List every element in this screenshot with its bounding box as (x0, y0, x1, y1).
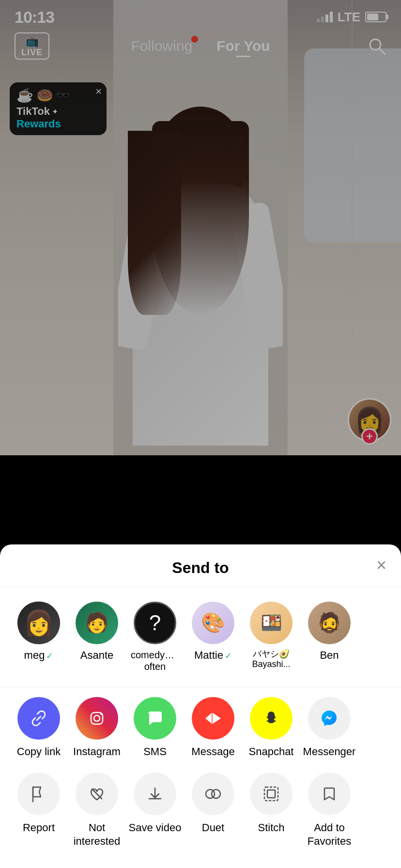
contact-name-meg: meg✓ (24, 649, 54, 662)
stitch-label: Stitch (258, 821, 284, 835)
svg-point-3 (94, 715, 100, 721)
share-messenger[interactable]: Messenger (300, 697, 358, 758)
stitch-icon (250, 773, 293, 815)
action-not-interested[interactable]: Not interested (68, 773, 126, 849)
duet-icon (192, 773, 234, 815)
message-icon (192, 697, 234, 740)
messenger-label: Messenger (303, 745, 356, 758)
contact-avatar-comedy: ? (134, 602, 176, 644)
snapchat-icon (250, 697, 293, 740)
svg-rect-10 (267, 790, 275, 798)
verified-icon-mattie: ✓ (225, 651, 232, 661)
contact-avatar-meg: 👩 (17, 602, 60, 644)
sheet-header: Send to × (0, 544, 401, 587)
sms-label: SMS (143, 745, 167, 758)
contact-asante[interactable]: 🧑 Asante (68, 602, 126, 672)
action-row: Report Not interested Save video (0, 758, 401, 849)
report-icon (17, 773, 60, 815)
sheet-close-button[interactable]: × (376, 557, 386, 574)
not-interested-label: Not interested (70, 821, 123, 849)
svg-point-4 (100, 713, 102, 715)
copy-link-label: Copy link (17, 745, 61, 758)
contact-ben[interactable]: 🧔 Ben (300, 602, 358, 672)
share-sms[interactable]: SMS (126, 697, 184, 758)
contact-comedy[interactable]: ? comedyhere often (126, 602, 184, 672)
contact-avatar-bayashi: 🍱 (250, 602, 293, 644)
action-add-favorites[interactable]: Add to Favorites (300, 773, 358, 849)
contact-avatar-asante: 🧑 (76, 602, 118, 644)
contact-name-ben: Ben (320, 649, 339, 662)
share-options-row: Copy link Instagram SMS (0, 697, 401, 758)
instagram-label: Instagram (73, 745, 121, 758)
sms-icon (134, 697, 176, 740)
snapchat-label: Snapchat (249, 745, 294, 758)
share-sheet: Send to × 👩 meg✓ 🧑 Asante ? (0, 544, 401, 868)
action-save-video[interactable]: Save video (126, 773, 184, 849)
not-interested-icon (76, 773, 118, 815)
add-favorites-icon (308, 773, 351, 815)
contact-name-mattie: Mattie✓ (194, 649, 232, 662)
add-favorites-label: Add to Favorites (303, 821, 356, 849)
contact-avatar-mattie: 🎨 (192, 602, 234, 644)
save-video-label: Save video (129, 821, 182, 835)
duet-label: Duet (202, 821, 224, 835)
verified-icon: ✓ (46, 651, 53, 661)
sheet-title: Send to (172, 559, 229, 577)
divider-1 (0, 687, 401, 687)
contacts-row: 👩 meg✓ 🧑 Asante ? comedyhere often 🎨 (0, 587, 401, 677)
action-duet[interactable]: Duet (184, 773, 242, 849)
contact-mattie[interactable]: 🎨 Mattie✓ (184, 602, 242, 672)
contact-name-asante: Asante (80, 649, 114, 662)
share-instagram[interactable]: Instagram (68, 697, 126, 758)
messenger-icon (308, 697, 351, 740)
share-message[interactable]: Message (184, 697, 242, 758)
action-stitch[interactable]: Stitch (242, 773, 300, 849)
save-video-icon (134, 773, 176, 815)
action-report[interactable]: Report (10, 773, 68, 849)
svg-rect-9 (264, 787, 278, 801)
share-copy-link[interactable]: Copy link (10, 697, 68, 758)
contact-name-bayashi: バヤシ🥑Bayashi... (252, 649, 290, 670)
copy-link-icon (17, 697, 60, 740)
message-label: Message (191, 745, 234, 758)
instagram-icon (76, 697, 118, 740)
svg-point-8 (212, 790, 220, 798)
contact-meg[interactable]: 👩 meg✓ (10, 602, 68, 672)
share-snapchat[interactable]: Snapchat (242, 697, 300, 758)
sheet-overlay[interactable] (0, 0, 401, 455)
contact-name-comedy: comedyhere often (131, 649, 179, 672)
contact-bayashi[interactable]: 🍱 バヤシ🥑Bayashi... (242, 602, 300, 672)
contact-avatar-ben: 🧔 (308, 602, 351, 644)
report-label: Report (23, 821, 55, 835)
